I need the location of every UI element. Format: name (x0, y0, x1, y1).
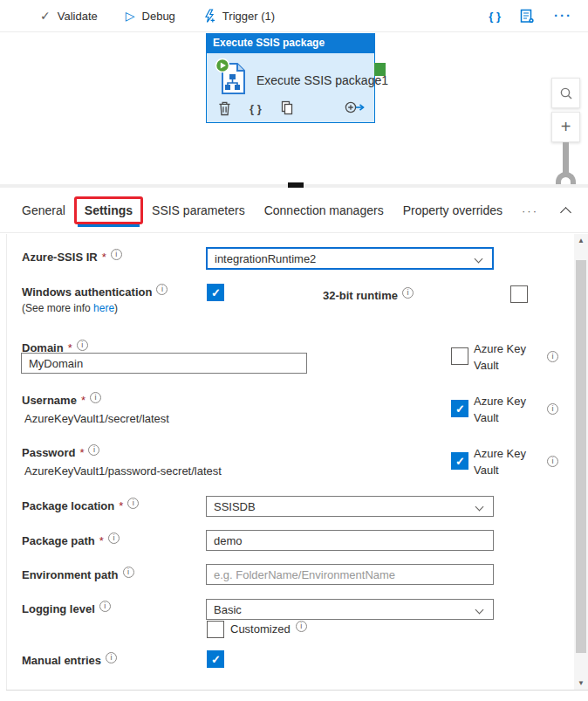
customized-checkbox[interactable] (207, 621, 224, 638)
activity-node-body: Execute SSIS package1 { } (206, 53, 375, 123)
activity-name: Execute SSIS package1 (256, 73, 388, 87)
windows-auth-label-text: Windows authentication (22, 285, 152, 299)
info-icon[interactable] (106, 652, 117, 663)
bit32-label-text: 32-bit runtime (323, 289, 398, 302)
azure-ssis-ir-label-text: Azure-SSIS IR (22, 251, 98, 264)
bit32-checkbox[interactable] (510, 285, 528, 303)
see-more-link[interactable]: here (93, 302, 114, 314)
output-connector-handle[interactable] (374, 63, 386, 76)
lightning-icon (203, 9, 215, 24)
play-icon (126, 9, 135, 23)
environment-path-input[interactable] (206, 564, 494, 585)
zoom-to-fit-button[interactable] (551, 78, 580, 108)
azure-ssis-ir-label: Azure-SSIS IR * (22, 251, 122, 264)
delete-icon[interactable] (218, 100, 231, 116)
logging-level-label-text: Logging level (22, 602, 95, 615)
info-icon[interactable] (123, 567, 134, 578)
package-path-input[interactable] (206, 530, 494, 551)
package-location-label-text: Package location (22, 499, 114, 512)
ssis-package-icon (215, 58, 250, 97)
logging-level-label: Logging level (22, 602, 111, 615)
azure-ssis-ir-dropdown[interactable]: integrationRuntime2 (206, 247, 494, 270)
tab-connection-managers[interactable]: Connection managers (264, 203, 384, 217)
scroll-down-arrow-icon[interactable] (574, 679, 588, 687)
package-location-label: Package location * (22, 499, 139, 512)
panel-bottom-border (6, 690, 588, 691)
chevron-down-icon (475, 503, 484, 512)
windows-auth-checkbox[interactable] (207, 284, 224, 301)
manual-entries-label: Manual entries (22, 654, 117, 667)
code-icon[interactable]: { } (250, 102, 262, 115)
environment-path-label: Environment path (22, 568, 134, 581)
execute-ssis-activity-node[interactable]: Execute SSIS package Execute SSIS packag… (206, 33, 375, 123)
trigger-label: Trigger (1) (222, 10, 275, 23)
password-label-text: Password (22, 446, 75, 459)
scrollbar-thumb[interactable] (576, 260, 586, 653)
username-label-text: Username (22, 394, 77, 407)
package-location-dropdown[interactable]: SSISDB (206, 496, 494, 517)
password-akv-label: Azure Key Vault (474, 446, 537, 479)
scroll-up-arrow-icon[interactable] (574, 237, 588, 244)
toolbar-left-group: Validate Debug Trigger (1) (0, 9, 275, 24)
configuration-tabbar: General Settings SSIS parameters Connect… (0, 188, 588, 233)
info-icon[interactable] (99, 601, 111, 612)
manual-entries-label-text: Manual entries (22, 654, 101, 667)
info-icon[interactable] (111, 249, 122, 260)
info-icon[interactable] (108, 533, 120, 544)
logging-level-dropdown[interactable]: Basic (206, 599, 494, 620)
tab-property-overrides[interactable]: Property overrides (403, 203, 503, 217)
code-view-icon[interactable] (489, 8, 501, 24)
tab-ssis-parameters[interactable]: SSIS parameters (152, 203, 245, 217)
info-icon[interactable] (88, 444, 99, 456)
debug-button[interactable]: Debug (126, 9, 175, 23)
tab-overflow-icon[interactable] (522, 203, 538, 218)
info-icon[interactable] (547, 403, 558, 415)
password-label: Password * (22, 446, 99, 459)
more-actions-icon[interactable] (554, 8, 572, 24)
see-more-suffix: ) (114, 302, 118, 314)
zoom-in-button[interactable] (551, 112, 580, 142)
info-icon[interactable] (547, 456, 558, 467)
info-icon[interactable] (90, 392, 101, 403)
see-more-info-text: (See more info here) (22, 302, 118, 314)
zoom-slider-track[interactable] (563, 142, 569, 174)
panel-left-border (6, 234, 7, 690)
info-icon[interactable] (127, 498, 139, 509)
logging-level-value: Basic (214, 603, 242, 616)
tab-settings-label: Settings (85, 203, 133, 217)
password-akv-checkbox[interactable] (451, 452, 468, 470)
package-path-label: Package path * (22, 534, 120, 547)
azure-ssis-ir-value: integrationRuntime2 (215, 252, 316, 265)
environment-path-label-text: Environment path (22, 568, 119, 581)
see-more-prefix: (See more info (22, 302, 93, 314)
validate-button[interactable]: Validate (40, 9, 98, 23)
domain-akv-label: Azure Key Vault (474, 341, 537, 375)
required-mark: * (99, 534, 104, 547)
collapse-panel-chevron-icon[interactable] (557, 202, 572, 219)
chevron-down-icon (475, 606, 484, 615)
package-location-value: SSISDB (214, 500, 256, 513)
tab-settings[interactable]: Settings (85, 203, 133, 217)
required-mark: * (102, 251, 106, 264)
properties-icon[interactable] (520, 9, 535, 24)
check-icon (40, 9, 51, 23)
info-icon[interactable] (547, 351, 558, 362)
windows-auth-label: Windows authentication (22, 285, 168, 299)
add-output-icon[interactable] (345, 100, 366, 114)
trigger-button[interactable]: Trigger (1) (203, 9, 275, 24)
domain-input[interactable] (21, 353, 307, 374)
info-icon[interactable] (402, 287, 414, 299)
tab-general[interactable]: General (22, 203, 65, 217)
info-icon[interactable] (296, 621, 307, 632)
username-akv-checkbox[interactable] (451, 400, 468, 417)
manual-entries-checkbox[interactable] (207, 650, 224, 668)
activity-node-header: Execute SSIS package (206, 33, 375, 53)
info-icon[interactable] (77, 340, 88, 351)
required-mark: * (81, 394, 85, 407)
panel-scrollbar[interactable] (574, 234, 588, 690)
domain-akv-checkbox[interactable] (451, 347, 468, 365)
clone-icon[interactable] (280, 100, 294, 116)
info-icon[interactable] (156, 284, 168, 295)
username-value: AzureKeyVault1/secret/latest (24, 412, 169, 425)
pipeline-toolbar: Validate Debug Trigger (1) (0, 0, 588, 32)
